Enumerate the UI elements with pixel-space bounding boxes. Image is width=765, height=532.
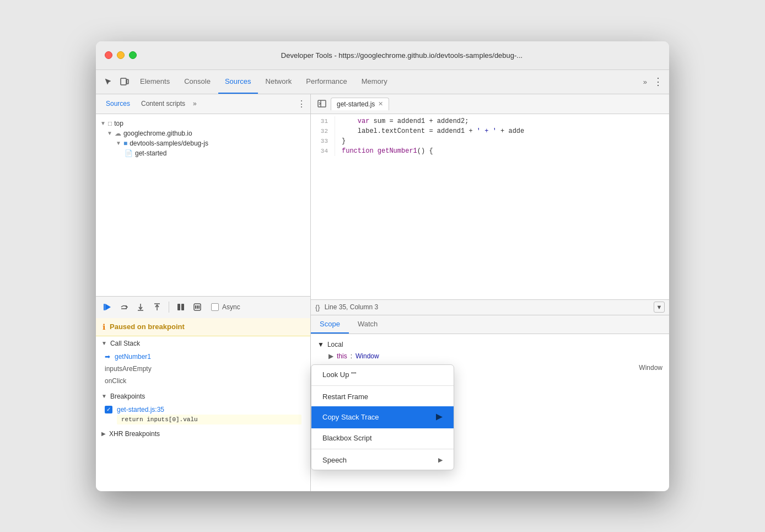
editor-tab-filename: get-started.js xyxy=(337,100,375,108)
async-label: Async xyxy=(222,303,240,311)
scope-this-arrow-icon: ▶ xyxy=(328,352,333,360)
tab-watch[interactable]: Watch xyxy=(349,315,386,334)
device-toggle-icon[interactable] xyxy=(117,74,132,89)
code-editor[interactable]: 31 var sum = addend1 + addend2; 32 label… xyxy=(311,114,669,299)
scope-this-item: ▶ this : Window xyxy=(317,351,662,362)
folder-icon: □ xyxy=(108,120,112,127)
scope-this-key: this xyxy=(337,352,347,360)
editor-tab-close-button[interactable]: ✕ xyxy=(378,100,383,108)
subtab-menu-button[interactable]: ⋮ xyxy=(297,99,306,109)
editor-tab-file[interactable]: get-started.js ✕ xyxy=(331,98,389,110)
devtools-menu-button[interactable]: ⋮ xyxy=(651,75,665,88)
call-stack-label: Call Stack xyxy=(110,340,140,347)
bp-checkbox[interactable]: ✓ xyxy=(105,406,112,413)
left-panel: Sources Content scripts » ⋮ ▼ □ top ▼ ☁ … xyxy=(96,94,311,491)
tab-elements[interactable]: Elements xyxy=(133,69,176,94)
cursor-position: Line 35, Column 3 xyxy=(325,303,378,311)
scope-local-header[interactable]: ▼ Local xyxy=(317,338,662,351)
scope-global-value: Window xyxy=(639,364,662,372)
debug-toolbar: Async xyxy=(96,296,310,318)
resume-button[interactable] xyxy=(100,300,115,314)
step-over-button[interactable] xyxy=(117,300,131,314)
ctx-lookup[interactable]: Look Up "" xyxy=(311,365,454,384)
format-icon[interactable]: {} xyxy=(315,303,320,311)
subtab-more-button[interactable]: » xyxy=(191,100,199,108)
code-line-31: 31 var sum = addend1 + addend2; xyxy=(311,116,669,126)
maximize-button[interactable] xyxy=(129,51,137,59)
step-into-button[interactable] xyxy=(133,300,148,314)
toolbar-separator xyxy=(169,302,169,313)
tab-performance[interactable]: Performance xyxy=(299,69,353,94)
tree-item-folder[interactable]: ▼ ■ devtools-samples/debug-js xyxy=(96,138,310,148)
tab-console[interactable]: Console xyxy=(177,69,217,94)
status-down-button[interactable]: ▼ xyxy=(654,302,665,313)
tab-scope[interactable]: Scope xyxy=(311,315,349,334)
call-stack-item-2[interactable]: onClick xyxy=(96,375,310,387)
tree-item-domain[interactable]: ▼ ☁ googlechrome.github.io xyxy=(96,128,310,138)
ctx-separator-2 xyxy=(311,449,454,449)
svg-rect-3 xyxy=(104,304,105,310)
sources-subtabs: Sources Content scripts » ⋮ xyxy=(96,94,310,114)
breakpoints-arrow-icon: ▼ xyxy=(101,393,107,399)
main-content: Sources Content scripts » ⋮ ▼ □ top ▼ ☁ … xyxy=(96,94,669,491)
cursor-icon[interactable] xyxy=(100,74,116,89)
ctx-blackbox-script[interactable]: Blackbox Script xyxy=(311,428,454,448)
tree-arrow-domain: ▼ xyxy=(107,130,112,136)
subtab-sources[interactable]: Sources xyxy=(100,98,136,110)
tab-sources[interactable]: Sources xyxy=(218,69,258,94)
scope-tabs: Scope Watch xyxy=(311,315,669,334)
more-tabs-button[interactable]: » xyxy=(640,78,650,86)
svg-rect-10 xyxy=(181,304,184,310)
line-code-32: label.textContent = addend1 + ' + ' + ad… xyxy=(342,126,524,136)
pause-button[interactable] xyxy=(190,300,204,314)
devtools-tabs-bar: Elements Console Sources Network Perform… xyxy=(96,70,669,94)
svg-marker-2 xyxy=(105,304,111,310)
subtab-content-scripts[interactable]: Content scripts xyxy=(136,98,191,110)
file-icon: 📄 xyxy=(125,149,133,157)
context-menu: Look Up "" Restart Frame Copy Stack Trac… xyxy=(311,364,454,470)
blackbox-button[interactable] xyxy=(174,300,188,314)
ctx-restart-frame[interactable]: Restart Frame xyxy=(311,387,454,406)
step-out-button[interactable] xyxy=(150,300,164,314)
tree-arrow-folder: ▼ xyxy=(116,140,121,146)
status-bar: {} Line 35, Column 3 ▼ xyxy=(311,299,669,315)
svg-rect-9 xyxy=(177,304,180,310)
code-line-32: 32 label.textContent = addend1 + ' + ' +… xyxy=(311,126,669,136)
breakpoints-header[interactable]: ▼ Breakpoints xyxy=(96,389,310,404)
minimize-button[interactable] xyxy=(117,51,125,59)
current-frame-icon: ➡ xyxy=(105,353,110,361)
tab-memory[interactable]: Memory xyxy=(355,69,394,94)
xhr-arrow-icon: ▶ xyxy=(101,431,106,437)
line-number-33: 33 xyxy=(311,136,335,146)
tree-label-file: get-started xyxy=(135,149,166,157)
code-line-33: 33 } xyxy=(311,136,669,146)
bp-filename[interactable]: get-started.js:35 xyxy=(117,406,164,413)
ctx-speech[interactable]: Speech ▶ xyxy=(311,450,454,470)
paused-banner: ℹ Paused on breakpoint xyxy=(96,318,310,336)
call-stack-header[interactable]: ▼ Call Stack xyxy=(96,336,310,351)
editor-nav-back-icon[interactable] xyxy=(315,97,328,110)
tree-item-file[interactable]: 📄 get-started xyxy=(96,148,310,158)
breakpoints-label: Breakpoints xyxy=(110,393,145,400)
close-button[interactable] xyxy=(105,51,112,59)
svg-rect-1 xyxy=(127,79,128,84)
line-code-34: function getNumber1() { xyxy=(342,146,433,156)
paused-text: Paused on breakpoint xyxy=(110,323,185,331)
traffic-lights xyxy=(105,51,137,59)
folder-blue-icon: ■ xyxy=(123,139,127,147)
scope-local-label: Local xyxy=(327,341,343,348)
tree-arrow-top: ▼ xyxy=(100,120,106,126)
call-stack-item-1[interactable]: inputsAreEmpty xyxy=(96,363,310,375)
ctx-copy-stack-trace[interactable]: Copy Stack Trace xyxy=(311,406,454,428)
xhr-breakpoints-header[interactable]: ▶ XHR Breakpoints xyxy=(96,427,310,441)
xhr-breakpoints-label: XHR Breakpoints xyxy=(109,430,160,438)
call-stack-arrow-icon: ▼ xyxy=(101,340,107,346)
ctx-speech-arrow-icon: ▶ xyxy=(438,456,443,464)
code-line-34: 34 function getNumber1() { xyxy=(311,146,669,156)
line-number-32: 32 xyxy=(311,126,335,136)
tree-item-top[interactable]: ▼ □ top xyxy=(96,119,310,128)
async-checkbox[interactable] xyxy=(211,303,219,311)
call-stack-item-0[interactable]: ➡ getNumber1 xyxy=(96,351,310,363)
svg-rect-0 xyxy=(121,78,126,85)
tab-network[interactable]: Network xyxy=(259,69,299,94)
